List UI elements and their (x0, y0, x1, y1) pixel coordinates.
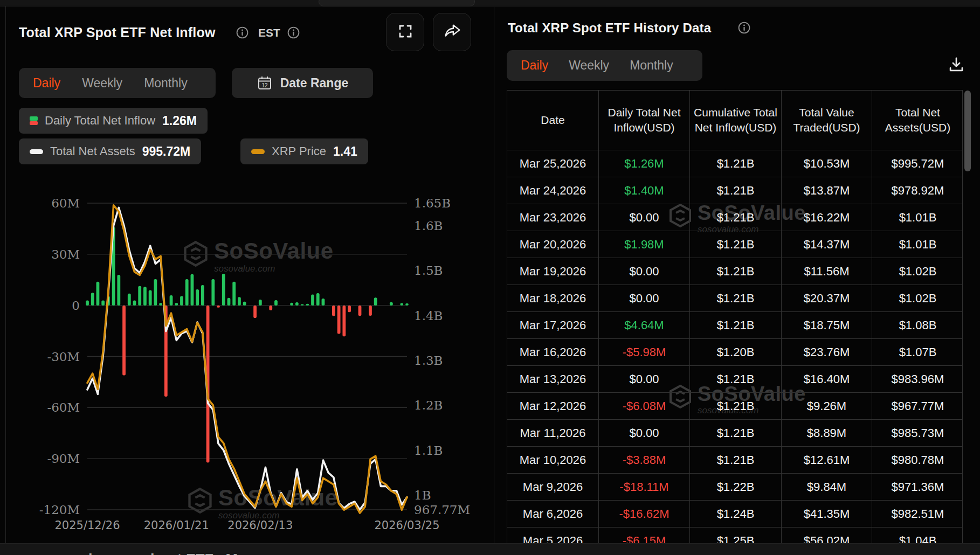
table-header-row: DateDaily Total Net Inflow(USD)Cumulativ… (507, 90, 963, 150)
inflow-legend-value: 1.26M (162, 114, 197, 128)
x-axis-label: 2026/03/25 (374, 519, 439, 532)
right-axis-label: 1.4B (414, 309, 443, 323)
share-button[interactable] (433, 13, 471, 51)
download-button[interactable] (944, 54, 968, 78)
cell-daily-inflow: $0.00 (599, 204, 690, 231)
legend-xrp-price[interactable]: XRP Price 1.41 (240, 138, 368, 164)
table-row: Mar 16,2026-$5.98M$1.20B$23.76M$1.07B (507, 339, 963, 366)
cell-date: Mar 18,2026 (507, 285, 599, 311)
cell-date: Mar 17,2026 (507, 312, 599, 338)
right-axis: 1.65B1.6B1.5B1.4B1.3B1.2B1.1B1B967.77M (414, 196, 470, 517)
cell-date: Mar 25,2026 (507, 150, 599, 177)
inflow-bar-positive (133, 301, 136, 306)
right-axis-label: 1.6B (414, 219, 443, 233)
table-row: Mar 9,2026-$18.11M$1.22B$9.84M$971.36M (507, 474, 963, 501)
inflow-bar-negative (269, 306, 272, 310)
inflow-bar-negative (369, 306, 372, 316)
table-scrollbar-thumb[interactable] (964, 91, 971, 171)
download-icon (947, 56, 965, 76)
cell-daily-inflow: $1.26M (599, 150, 690, 177)
cell-net-assets: $1.07B (872, 339, 963, 365)
inflow-bar-positive (301, 304, 304, 306)
x-axis-label: 2026/01/21 (144, 519, 209, 532)
cell-net-assets: $971.36M (872, 474, 963, 500)
inflow-bar-positive (243, 302, 246, 306)
cell-cumulative-inflow: $1.22B (690, 474, 782, 500)
calendar-icon: 12 (257, 75, 273, 91)
tab-monthly[interactable]: Monthly (144, 76, 188, 91)
assets-legend-value: 995.72M (142, 144, 191, 159)
cell-value-traded: $12.61M (782, 447, 872, 473)
inflow-bar-negative (217, 306, 220, 308)
cell-value-traded: $16.40M (782, 366, 872, 392)
cell-daily-inflow: -$5.98M (599, 339, 690, 365)
cell-cumulative-inflow: $1.21B (690, 285, 782, 311)
cell-date: Mar 23,2026 (507, 204, 599, 231)
cell-cumulative-inflow: $1.21B (690, 447, 782, 473)
cell-date: Mar 6,2026 (507, 501, 599, 527)
cell-date: Mar 16,2026 (507, 339, 599, 365)
cell-cumulative-inflow: $1.20B (690, 339, 782, 365)
inflow-bar-negative (253, 306, 257, 318)
cell-value-traded: $16.22M (782, 204, 872, 231)
tab-weekly[interactable]: Weekly (82, 76, 122, 91)
inflow-bar-positive (170, 295, 173, 306)
cell-net-assets: $1.01B (872, 231, 963, 258)
fullscreen-button[interactable] (386, 13, 424, 51)
date-range-button[interactable]: 12 Date Range (232, 68, 373, 98)
inflow-legend-icon (30, 116, 38, 125)
cell-cumulative-inflow: $1.21B (690, 420, 782, 446)
chart-gridlines: 60M30M0-30M-60M-90M-120M (39, 196, 407, 517)
cell-date: Mar 11,2026 (507, 420, 599, 446)
history-tab-weekly[interactable]: Weekly (569, 58, 609, 73)
tab-daily[interactable]: Daily (33, 76, 60, 91)
table-row: Mar 19,2026$0.00$1.21B$11.56M$1.02B (507, 258, 963, 285)
cell-net-assets: $995.72M (872, 150, 963, 177)
cell-date: Mar 10,2026 (507, 447, 599, 473)
inflow-bar-positive (128, 294, 131, 306)
inflow-bar-positive (322, 299, 325, 306)
cell-daily-inflow: $0.00 (599, 420, 690, 446)
history-panel-title: Total XRP Spot ETF History Data (508, 20, 711, 36)
cell-value-traded: $18.75M (782, 312, 872, 338)
history-tab-monthly[interactable]: Monthly (630, 58, 673, 73)
price-legend-icon (251, 149, 265, 154)
history-info-icon[interactable] (737, 21, 751, 34)
table-row: Mar 18,2026$0.00$1.21B$20.37M$1.02B (507, 285, 963, 312)
cell-daily-inflow: -$16.62M (599, 501, 690, 527)
assets-legend-label: Total Net Assets (50, 144, 135, 158)
cell-cumulative-inflow: $1.21B (690, 393, 782, 419)
cell-net-assets: $967.77M (872, 393, 963, 419)
cell-net-assets: $1.08B (872, 312, 963, 338)
left-axis-label: 0 (72, 299, 80, 313)
price-legend-value: 1.41 (333, 144, 357, 159)
cell-cumulative-inflow: $1.21B (690, 258, 782, 285)
inflow-tab-group: Daily Weekly Monthly (19, 68, 216, 98)
left-axis-label: -120M (39, 503, 80, 517)
legend-daily-inflow[interactable]: Daily Total Net Inflow 1.26M (19, 108, 208, 134)
legend-net-assets[interactable]: Total Net Assets 995.72M (19, 138, 201, 164)
inflow-bar-positive (405, 303, 409, 306)
table-row: Mar 24,2026$1.40M$1.21B$13.87M$978.92M (507, 177, 963, 204)
app-root: Total XRP Spot ETF Net Inflow EST Daily … (0, 0, 980, 555)
inflow-bar-negative (348, 306, 351, 312)
inflow-info-icon[interactable] (236, 26, 249, 39)
table-row: Mar 20,2026$1.98M$1.21B$14.37M$1.01B (507, 231, 963, 258)
cell-daily-inflow: $4.64M (599, 312, 690, 338)
right-axis-label: 1.3B (414, 353, 443, 367)
est-info-icon[interactable] (287, 26, 300, 39)
cell-net-assets: $982.51M (872, 501, 963, 527)
inflow-bar-positive (185, 279, 189, 306)
history-table: DateDaily Total Net Inflow(USD)Cumulativ… (507, 90, 963, 554)
assets-legend-icon (30, 149, 43, 154)
history-tab-daily[interactable]: Daily (521, 58, 548, 73)
cell-value-traded: $10.53M (782, 150, 872, 177)
inflow-bar-negative (358, 306, 362, 316)
bottom-cut-text: about ETFs M (142, 551, 238, 555)
cell-cumulative-inflow: $1.21B (690, 366, 782, 392)
column-header: Daily Total Net Inflow(USD) (599, 91, 690, 150)
inflow-bar-positive (400, 303, 403, 306)
table-row: Mar 23,2026$0.00$1.21B$16.22M$1.01B (507, 204, 963, 231)
x-axis-label: 2026/02/13 (227, 519, 293, 532)
inflow-bar-positive (159, 303, 162, 306)
